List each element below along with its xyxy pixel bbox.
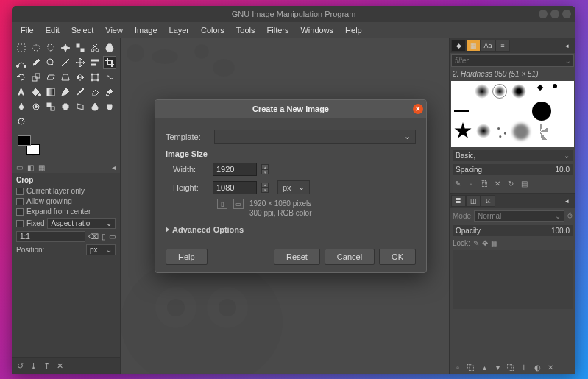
- portrait-icon[interactable]: ▯: [217, 199, 227, 209]
- tab-history[interactable]: ≡: [495, 40, 510, 52]
- advanced-options-toggle[interactable]: Advanced Options: [166, 225, 416, 234]
- tool-measure[interactable]: [59, 56, 72, 69]
- new-brush-icon[interactable]: ▫: [466, 180, 476, 188]
- tab-brushes[interactable]: ◆: [451, 40, 466, 52]
- tool-scale[interactable]: [29, 71, 43, 84]
- portrait-icon[interactable]: ▯: [102, 233, 106, 241]
- tool-foreground[interactable]: [103, 41, 116, 54]
- save-preset-icon[interactable]: ⤓: [28, 361, 38, 371]
- tab-images-icon[interactable]: ▦: [38, 163, 45, 171]
- menu-select[interactable]: Select: [67, 24, 99, 36]
- new-group-icon[interactable]: ⿻: [466, 364, 476, 372]
- tool-ellipse-select[interactable]: [29, 41, 43, 54]
- tab-tool-options-icon[interactable]: ▭: [16, 163, 23, 171]
- load-preset-icon[interactable]: ⤒: [41, 361, 52, 371]
- height-spin-up[interactable]: ▴: [261, 183, 269, 188]
- menu-edit[interactable]: Edit: [41, 24, 64, 36]
- tool-shear[interactable]: [44, 71, 57, 84]
- tool-paintbrush[interactable]: [74, 85, 87, 99]
- mask-icon[interactable]: ◐: [532, 364, 542, 372]
- menu-layer[interactable]: Layer: [165, 24, 194, 36]
- open-as-image-icon[interactable]: ▤: [519, 180, 529, 188]
- chk-fixed[interactable]: [16, 220, 24, 227]
- tool-color-picker[interactable]: [29, 56, 43, 69]
- brush-filter-input[interactable]: filter⌄: [451, 54, 574, 67]
- tool-flip[interactable]: [74, 71, 87, 84]
- tool-rect-select[interactable]: [15, 41, 28, 54]
- brush-preset-select[interactable]: Basic,⌄: [453, 150, 573, 161]
- tab-paths[interactable]: ⟀: [481, 195, 495, 207]
- duplicate-layer-icon[interactable]: ⿻: [506, 364, 516, 372]
- lock-position-icon[interactable]: ✥: [482, 239, 488, 247]
- tool-scissors[interactable]: [88, 41, 102, 54]
- lock-pixels-icon[interactable]: ✎: [473, 239, 479, 247]
- tool-mypaint[interactable]: [29, 100, 43, 113]
- unit-select[interactable]: px⌄: [277, 180, 310, 194]
- help-button[interactable]: Help: [166, 249, 208, 265]
- tool-gradient[interactable]: [44, 85, 57, 99]
- tool-cage[interactable]: [88, 71, 102, 84]
- dock-menu-icon-layers[interactable]: ◂: [559, 195, 574, 207]
- delete-preset-icon[interactable]: ✕: [54, 361, 65, 371]
- tool-by-color[interactable]: [74, 41, 87, 54]
- delete-brush-icon[interactable]: ✕: [492, 180, 503, 188]
- blend-mode-select[interactable]: Normal⌄: [474, 210, 564, 222]
- menu-windows[interactable]: Windows: [296, 24, 338, 36]
- landscape-icon[interactable]: ▭: [109, 233, 116, 241]
- tool-text[interactable]: A: [15, 85, 28, 99]
- delete-layer-icon[interactable]: ✕: [545, 364, 556, 372]
- height-input[interactable]: [213, 181, 257, 194]
- tab-channels[interactable]: ◫: [466, 195, 481, 207]
- tool-blur[interactable]: [88, 100, 102, 113]
- bg-color[interactable]: [26, 144, 40, 155]
- width-spin-up[interactable]: ▴: [261, 164, 269, 169]
- tool-fuzzy-select[interactable]: [59, 41, 72, 54]
- tool-clone[interactable]: [44, 100, 57, 113]
- template-select[interactable]: ⌄: [214, 130, 416, 144]
- reset-icon[interactable]: ↺: [15, 361, 25, 371]
- menu-image[interactable]: Image: [130, 24, 162, 36]
- opacity-slider[interactable]: Opacity100.0: [453, 225, 573, 236]
- menu-colors[interactable]: Colors: [196, 24, 229, 36]
- height-spin-down[interactable]: ▾: [261, 188, 269, 193]
- chk-allow-growing[interactable]: [16, 198, 24, 205]
- tool-perspective-clone[interactable]: [74, 100, 87, 113]
- position-unit-select[interactable]: px⌄: [86, 244, 116, 255]
- refresh-brush-icon[interactable]: ↻: [506, 180, 516, 188]
- fixed-mode-select[interactable]: Aspect ratio⌄: [47, 218, 116, 229]
- lower-layer-icon[interactable]: ▾: [492, 364, 503, 372]
- menu-tools[interactable]: Tools: [232, 24, 260, 36]
- tool-zoom[interactable]: [44, 56, 57, 69]
- layers-list[interactable]: [453, 250, 573, 309]
- tool-heal[interactable]: [59, 100, 72, 113]
- tool-dodge[interactable]: [15, 115, 28, 128]
- tool-eraser[interactable]: [88, 85, 102, 99]
- menu-view[interactable]: View: [101, 24, 127, 36]
- tool-ink[interactable]: [15, 100, 28, 113]
- tool-align[interactable]: [88, 56, 102, 69]
- tab-device-icon[interactable]: ◧: [27, 163, 34, 171]
- dialog-close-button[interactable]: ✕: [413, 104, 423, 114]
- chk-current-layer[interactable]: [16, 188, 24, 195]
- maximize-button[interactable]: [550, 10, 559, 18]
- tab-layers[interactable]: ≣: [451, 195, 466, 207]
- new-layer-icon[interactable]: ▫: [453, 364, 463, 372]
- fg-color[interactable]: [18, 135, 31, 146]
- tool-crop[interactable]: [103, 56, 116, 69]
- menu-filters[interactable]: Filters: [263, 24, 294, 36]
- brush-grid[interactable]: [451, 81, 574, 147]
- edit-brush-icon[interactable]: ✎: [453, 180, 463, 188]
- aspect-ratio-input[interactable]: 1:1: [16, 231, 85, 242]
- menu-help[interactable]: Help: [341, 24, 366, 36]
- lock-alpha-icon[interactable]: ▦: [491, 239, 497, 247]
- tool-bucket[interactable]: [29, 85, 43, 99]
- tab-patterns[interactable]: ▦: [466, 40, 481, 52]
- chk-expand-center[interactable]: [16, 208, 24, 216]
- close-button[interactable]: [562, 10, 571, 18]
- duplicate-brush-icon[interactable]: ⿻: [479, 180, 489, 188]
- tab-fonts[interactable]: Aa: [481, 40, 495, 52]
- cancel-button[interactable]: Cancel: [325, 249, 375, 265]
- tool-move[interactable]: [74, 56, 87, 69]
- tool-smudge[interactable]: [103, 100, 116, 113]
- tool-rotate[interactable]: [15, 71, 28, 84]
